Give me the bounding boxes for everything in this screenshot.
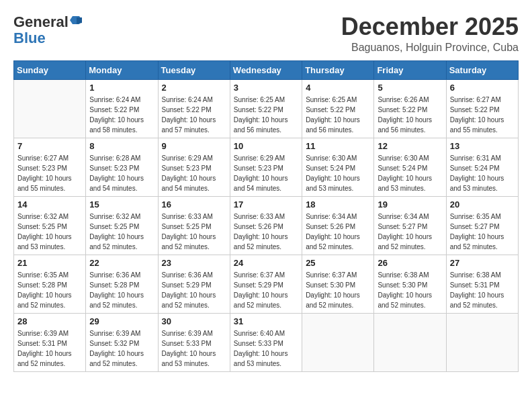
day-info: Sunrise: 6:38 AM Sunset: 5:30 PM Dayligh… xyxy=(378,270,442,310)
calendar-cell: 10 Sunrise: 6:29 AM Sunset: 5:23 PM Dayl… xyxy=(230,138,302,196)
day-number: 12 xyxy=(378,141,442,151)
day-info: Sunrise: 6:39 AM Sunset: 5:32 PM Dayligh… xyxy=(89,328,154,369)
calendar-cell: 30 Sunrise: 6:39 AM Sunset: 5:33 PM Dayl… xyxy=(158,313,230,371)
day-info: Sunrise: 6:27 AM Sunset: 5:22 PM Dayligh… xyxy=(450,95,515,135)
day-number: 23 xyxy=(162,258,226,268)
calendar-cell: 4 Sunrise: 6:25 AM Sunset: 5:22 PM Dayli… xyxy=(302,79,374,138)
day-number: 7 xyxy=(17,141,82,151)
sunrise-text: Sunrise: 6:27 AM xyxy=(17,154,69,162)
day-number: 18 xyxy=(306,199,370,210)
sunset-text: Sunset: 5:31 PM xyxy=(450,281,500,289)
title-section: December 2025 Baguanos, Holguin Province… xyxy=(341,13,519,54)
day-info: Sunrise: 6:24 AM Sunset: 5:22 PM Dayligh… xyxy=(162,95,226,135)
sunrise-text: Sunrise: 6:30 AM xyxy=(306,154,357,162)
weekday-header: Wednesday xyxy=(230,60,302,79)
logo: General Blue xyxy=(13,13,82,47)
calendar-cell: 15 Sunrise: 6:32 AM Sunset: 5:25 PM Dayl… xyxy=(86,196,158,255)
sunrise-text: Sunrise: 6:24 AM xyxy=(162,96,213,103)
sunset-text: Sunset: 5:30 PM xyxy=(378,281,427,289)
calendar-cell: 29 Sunrise: 6:39 AM Sunset: 5:32 PM Dayl… xyxy=(86,313,158,371)
sunrise-text: Sunrise: 6:29 AM xyxy=(162,154,213,162)
sunset-text: Sunset: 5:26 PM xyxy=(306,223,355,230)
sunrise-text: Sunrise: 6:30 AM xyxy=(378,154,429,162)
day-number: 29 xyxy=(89,316,154,326)
calendar-cell xyxy=(446,313,518,371)
day-number: 27 xyxy=(450,258,515,268)
calendar-cell xyxy=(374,313,446,371)
daylight-text: Daylight: 10 hours and 55 minutes. xyxy=(17,175,72,192)
day-info: Sunrise: 6:40 AM Sunset: 5:33 PM Dayligh… xyxy=(234,328,298,369)
calendar-cell: 14 Sunrise: 6:32 AM Sunset: 5:25 PM Dayl… xyxy=(14,196,86,255)
day-info: Sunrise: 6:33 AM Sunset: 5:26 PM Dayligh… xyxy=(234,212,298,252)
daylight-text: Daylight: 10 hours and 52 minutes. xyxy=(89,350,144,367)
calendar-cell: 2 Sunrise: 6:24 AM Sunset: 5:22 PM Dayli… xyxy=(158,79,230,138)
sunrise-text: Sunrise: 6:37 AM xyxy=(306,271,357,279)
sunset-text: Sunset: 5:24 PM xyxy=(450,165,500,172)
day-number: 11 xyxy=(306,141,370,151)
daylight-text: Daylight: 10 hours and 53 minutes. xyxy=(450,175,504,192)
day-number: 9 xyxy=(162,141,226,151)
sunset-text: Sunset: 5:22 PM xyxy=(89,106,139,113)
sunrise-text: Sunrise: 6:32 AM xyxy=(89,213,140,220)
sunrise-text: Sunrise: 6:31 AM xyxy=(450,154,501,162)
daylight-text: Daylight: 10 hours and 58 minutes. xyxy=(89,116,144,134)
sunset-text: Sunset: 5:24 PM xyxy=(378,165,427,172)
sunrise-text: Sunrise: 6:34 AM xyxy=(306,213,357,220)
calendar-cell: 19 Sunrise: 6:34 AM Sunset: 5:27 PM Dayl… xyxy=(374,196,446,255)
calendar-cell: 24 Sunrise: 6:37 AM Sunset: 5:29 PM Dayl… xyxy=(230,255,302,313)
calendar-table: SundayMondayTuesdayWednesdayThursdayFrid… xyxy=(13,60,519,372)
sunset-text: Sunset: 5:33 PM xyxy=(162,340,212,347)
day-number: 15 xyxy=(89,199,154,210)
day-info: Sunrise: 6:35 AM Sunset: 5:27 PM Dayligh… xyxy=(450,212,515,252)
daylight-text: Daylight: 10 hours and 52 minutes. xyxy=(162,291,216,309)
daylight-text: Daylight: 10 hours and 52 minutes. xyxy=(17,291,72,309)
day-number: 24 xyxy=(234,258,298,268)
day-info: Sunrise: 6:26 AM Sunset: 5:22 PM Dayligh… xyxy=(378,95,442,135)
sunrise-text: Sunrise: 6:35 AM xyxy=(450,213,501,220)
day-number: 17 xyxy=(234,199,298,210)
day-info: Sunrise: 6:38 AM Sunset: 5:31 PM Dayligh… xyxy=(450,270,515,310)
calendar-cell: 27 Sunrise: 6:38 AM Sunset: 5:31 PM Dayl… xyxy=(446,255,518,313)
logo-general: General xyxy=(13,13,69,31)
day-info: Sunrise: 6:25 AM Sunset: 5:22 PM Dayligh… xyxy=(306,95,370,135)
daylight-text: Daylight: 10 hours and 54 minutes. xyxy=(89,175,144,192)
day-info: Sunrise: 6:30 AM Sunset: 5:24 PM Dayligh… xyxy=(306,153,370,193)
day-info: Sunrise: 6:37 AM Sunset: 5:29 PM Dayligh… xyxy=(234,270,298,310)
sunrise-text: Sunrise: 6:29 AM xyxy=(234,154,285,162)
daylight-text: Daylight: 10 hours and 56 minutes. xyxy=(306,116,360,134)
daylight-text: Daylight: 10 hours and 52 minutes. xyxy=(17,350,72,367)
day-info: Sunrise: 6:34 AM Sunset: 5:26 PM Dayligh… xyxy=(306,212,370,252)
day-number: 10 xyxy=(234,141,298,151)
month-year-title: December 2025 xyxy=(341,13,519,40)
daylight-text: Daylight: 10 hours and 52 minutes. xyxy=(378,233,432,250)
daylight-text: Daylight: 10 hours and 52 minutes. xyxy=(89,291,144,309)
day-info: Sunrise: 6:32 AM Sunset: 5:25 PM Dayligh… xyxy=(17,212,82,252)
day-number: 13 xyxy=(450,141,515,151)
day-info: Sunrise: 6:31 AM Sunset: 5:24 PM Dayligh… xyxy=(450,153,515,193)
day-info: Sunrise: 6:29 AM Sunset: 5:23 PM Dayligh… xyxy=(162,153,226,193)
sunset-text: Sunset: 5:26 PM xyxy=(234,223,283,230)
day-number: 8 xyxy=(89,141,154,151)
sunset-text: Sunset: 5:29 PM xyxy=(162,281,212,289)
day-number: 2 xyxy=(162,83,226,93)
daylight-text: Daylight: 10 hours and 56 minutes. xyxy=(234,116,288,134)
sunrise-text: Sunrise: 6:39 AM xyxy=(162,330,213,337)
sunrise-text: Sunrise: 6:28 AM xyxy=(89,154,140,162)
day-number: 1 xyxy=(89,83,154,93)
daylight-text: Daylight: 10 hours and 52 minutes. xyxy=(450,291,504,309)
sunrise-text: Sunrise: 6:36 AM xyxy=(89,271,140,279)
calendar-cell: 3 Sunrise: 6:25 AM Sunset: 5:22 PM Dayli… xyxy=(230,79,302,138)
page-header: General Blue December 2025 Baguanos, Hol… xyxy=(13,13,519,54)
calendar-cell: 11 Sunrise: 6:30 AM Sunset: 5:24 PM Dayl… xyxy=(302,138,374,196)
calendar-week-row: 28 Sunrise: 6:39 AM Sunset: 5:31 PM Dayl… xyxy=(14,313,519,371)
sunset-text: Sunset: 5:28 PM xyxy=(17,281,67,289)
daylight-text: Daylight: 10 hours and 52 minutes. xyxy=(234,233,288,250)
daylight-text: Daylight: 10 hours and 54 minutes. xyxy=(162,175,216,192)
calendar-cell: 26 Sunrise: 6:38 AM Sunset: 5:30 PM Dayl… xyxy=(374,255,446,313)
calendar-cell: 12 Sunrise: 6:30 AM Sunset: 5:24 PM Dayl… xyxy=(374,138,446,196)
calendar-cell xyxy=(302,313,374,371)
logo-icon xyxy=(70,15,82,27)
daylight-text: Daylight: 10 hours and 55 minutes. xyxy=(450,116,504,134)
sunrise-text: Sunrise: 6:26 AM xyxy=(378,96,429,103)
day-number: 30 xyxy=(162,316,226,326)
